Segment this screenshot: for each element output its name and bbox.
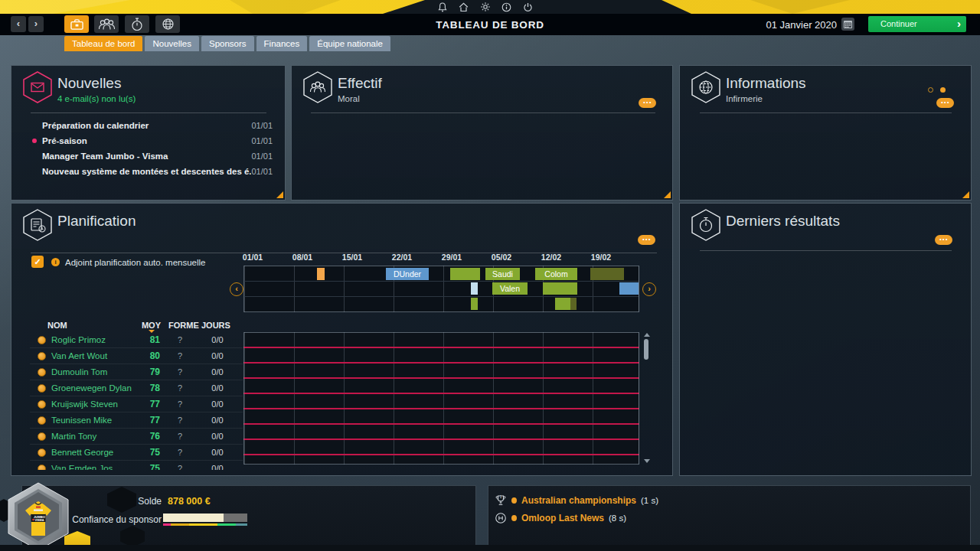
column-header-moy[interactable]: MOY: [134, 321, 161, 330]
news-item[interactable]: Préparation du calendrier01/01: [30, 118, 273, 133]
rider-forme: ?: [168, 432, 191, 441]
world-section-button[interactable]: [155, 15, 180, 33]
rider-row[interactable]: Van Emden Jos75?0/0: [30, 461, 243, 470]
race-bar[interactable]: [619, 282, 639, 295]
sponsor-goal-segments: [163, 523, 247, 526]
nav-forward-button[interactable]: ›: [28, 16, 44, 32]
page-dot-active[interactable]: [940, 87, 946, 93]
gear-icon[interactable]: [479, 2, 491, 13]
rider-gantt-grid: [243, 332, 639, 465]
scrollbar[interactable]: [642, 333, 650, 463]
home-icon[interactable]: [458, 2, 469, 13]
panel-title: Derniers résultats: [726, 213, 840, 230]
race-bar[interactable]: [471, 298, 478, 310]
rider-row[interactable]: Roglic Primoz81?0/0: [30, 332, 243, 348]
tab-nouvelles[interactable]: Nouvelles: [145, 36, 199, 51]
rider-row[interactable]: Kruijswijk Steven77?0/0: [30, 396, 243, 412]
stopwatch-icon: [131, 18, 143, 31]
page-dot[interactable]: [928, 87, 933, 93]
race-bar[interactable]: [543, 282, 577, 295]
race-bar[interactable]: [590, 268, 624, 280]
rider-name: Teunissen Mike: [51, 416, 112, 425]
rider-row[interactable]: Van Aert Wout80?0/0: [30, 348, 243, 364]
team-hexagon-icon: [302, 70, 333, 104]
rider-jersey-icon: [38, 432, 46, 441]
tab-equipe-nationale[interactable]: Équipe nationale: [309, 36, 390, 51]
rider-jours: 0/0: [202, 448, 233, 457]
resize-handle[interactable]: [276, 191, 283, 198]
auto-plan-checkbox[interactable]: ✓: [31, 256, 44, 268]
tab-finances[interactable]: Finances: [256, 36, 308, 51]
rider-row[interactable]: Teunissen Mike77?0/0: [30, 412, 243, 429]
info-icon[interactable]: [501, 2, 512, 13]
scrollbar-thumb[interactable]: [644, 339, 648, 360]
dashboard-root: ‹ › TABLEAU DE BORD 01 Janvier 2020 Cont…: [0, 0, 980, 551]
rider-jersey-icon: [38, 336, 46, 344]
rider-jours: 0/0: [202, 399, 233, 409]
riders-icon: [98, 18, 116, 31]
race-bar-saudi[interactable]: Saudi: [485, 268, 520, 280]
panel-subtitle: Infirmerie: [726, 94, 763, 103]
resize-handle[interactable]: [962, 191, 969, 198]
event-row[interactable]: Omloop Last News (8 s): [495, 511, 626, 525]
scroll-down-icon[interactable]: [644, 459, 650, 463]
info-badge-icon[interactable]: i: [51, 258, 60, 266]
nav-back-button[interactable]: ‹: [11, 16, 26, 32]
race-bar[interactable]: [570, 298, 577, 310]
calendar-next-button[interactable]: ›: [642, 282, 656, 296]
event-count: (1 s): [641, 496, 658, 505]
news-item-title: Manager Team Jumbo - Visma: [42, 152, 251, 161]
race-bar-valen[interactable]: Valen: [492, 282, 528, 295]
continue-button[interactable]: Continuer ›: [868, 16, 966, 32]
panel-menu-button[interactable]: ...: [639, 98, 656, 108]
news-item[interactable]: Pré-saison01/01: [30, 133, 273, 148]
panel-menu-button[interactable]: ...: [638, 235, 655, 245]
panel-menu-button[interactable]: ...: [936, 98, 954, 108]
power-icon[interactable]: [522, 2, 534, 13]
race-bar-colom[interactable]: Colom: [535, 268, 577, 280]
sponsor-segment: [236, 523, 247, 526]
rider-forme: ?: [168, 416, 191, 425]
team-section-button[interactable]: [64, 15, 89, 33]
column-header-jours[interactable]: JOURS: [201, 321, 227, 330]
rider-row[interactable]: Martin Tony76?0/0: [30, 429, 243, 445]
news-item[interactable]: Manager Team Jumbo - Visma01/01: [30, 148, 273, 164]
race-bar[interactable]: [555, 298, 570, 310]
scroll-up-icon[interactable]: [644, 333, 650, 337]
event-row[interactable]: 1 Australian championships (1 s): [495, 494, 658, 507]
calendar-week-labels: 01/0108/0115/0122/0129/0105/0212/0219/02: [243, 253, 638, 262]
calendar-icon: [843, 19, 853, 29]
tab-bar: Tableau de bordNouvellesSponsorsFinances…: [64, 36, 390, 51]
race-bar[interactable]: [471, 282, 478, 295]
rider-name: Bennett George: [51, 448, 113, 457]
rider-name: Martin Tony: [51, 432, 96, 441]
panel-menu-button[interactable]: ...: [935, 235, 952, 245]
week-label: 29/01: [436, 253, 467, 262]
event-label: Omloop Last News: [521, 513, 604, 523]
column-header-forme[interactable]: FORME: [168, 321, 193, 330]
race-bar[interactable]: [450, 268, 480, 280]
team-jersey-logo[interactable]: JUMBO VISMA: [3, 481, 74, 551]
bell-icon[interactable]: [436, 2, 448, 13]
news-item-date: 01/01: [251, 136, 273, 145]
column-header-nom[interactable]: NOM: [47, 321, 67, 330]
rider-jersey-icon: [38, 465, 46, 470]
riders-section-button[interactable]: [94, 15, 119, 33]
calendar-section-button[interactable]: [125, 15, 149, 33]
divider: [700, 250, 952, 251]
calendar-prev-button[interactable]: ‹: [230, 282, 243, 296]
week-label: 12/02: [536, 253, 567, 262]
resize-handle[interactable]: [664, 191, 671, 198]
tab-tableau-de-bord[interactable]: Tableau de bord: [64, 36, 142, 51]
current-date: 01 Janvier 2020: [731, 19, 837, 31]
race-bar[interactable]: [317, 268, 325, 280]
rider-row[interactable]: Dumoulin Tom79?0/0: [30, 364, 243, 380]
race-bar-dunder[interactable]: DUnder: [386, 268, 429, 280]
grid-line: [244, 296, 639, 297]
news-item[interactable]: Nouveau système de montées et descentes …: [30, 164, 273, 179]
calendar-date-button[interactable]: [841, 18, 854, 31]
rider-row[interactable]: Bennett George75?0/0: [30, 445, 243, 461]
rider-row[interactable]: Groenewegen Dylan78?0/0: [30, 380, 243, 396]
tab-sponsors[interactable]: Sponsors: [201, 36, 254, 51]
continue-label: Continuer: [880, 19, 917, 28]
